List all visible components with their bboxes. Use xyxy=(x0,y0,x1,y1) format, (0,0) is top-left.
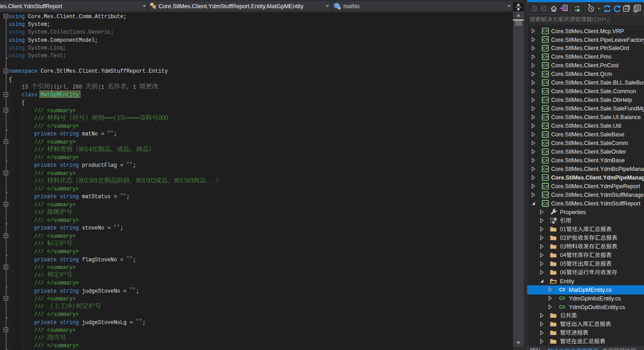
svg-text:/// </summary>: /// </summary> xyxy=(35,280,79,286)
svg-text:System;: System; xyxy=(28,21,50,28)
svg-text:;: ; xyxy=(127,194,130,200)
svg-text:/// </summary>: /// </summary> xyxy=(35,217,79,224)
svg-text:=: = xyxy=(101,131,104,137)
svg-text:Core.StlMes.Client.Sale.DbHelp: Core.StlMes.Client.Sale.DbHelp xyxy=(551,97,632,103)
svg-text:C#: C# xyxy=(543,98,548,102)
svg-text:using: using xyxy=(9,53,25,59)
svg-text:C#: C# xyxy=(559,295,565,301)
svg-text:using: using xyxy=(9,45,25,51)
svg-text:System.Text;: System.Text; xyxy=(28,53,66,59)
svg-text:Core.Mes.Client.Comm.Attribute: Core.Mes.Client.Comm.Attribute; xyxy=(28,14,127,20)
svg-text:string: string xyxy=(60,257,79,263)
svg-text:C#: C# xyxy=(543,150,548,154)
svg-text:/// <summary>: /// <summary> xyxy=(35,139,76,145)
svg-text:matNo: matNo xyxy=(343,3,360,10)
svg-text:C#: C# xyxy=(543,124,548,128)
svg-text:Core.StlMes.Client.YdmPipeRepo: Core.StlMes.Client.YdmPipeReport xyxy=(551,183,640,190)
svg-text:C#: C# xyxy=(543,184,548,189)
svg-text:/// <summary>: /// <summary> xyxy=(35,296,76,302)
svg-text:C#: C# xyxy=(543,158,548,163)
svg-text:///: /// xyxy=(35,272,44,279)
svg-text:///: /// xyxy=(35,304,44,310)
svg-text:;: ; xyxy=(114,131,117,137)
svg-text:///: /// xyxy=(35,241,44,247)
svg-text:C#: C# xyxy=(543,141,548,145)
svg-text:=: = xyxy=(130,320,133,326)
svg-text:C#: C# xyxy=(559,287,565,292)
svg-text:=: = xyxy=(120,257,124,263)
svg-text:matStatus: matStatus xyxy=(82,194,111,200)
svg-text:/// </summary>: /// </summary> xyxy=(35,311,79,318)
svg-text:/// </summary>: /// </summary> xyxy=(35,186,79,192)
svg-text:using: using xyxy=(9,37,25,44)
svg-text:productFlag: productFlag xyxy=(82,162,117,169)
svg-text:C#: C# xyxy=(543,132,548,137)
svg-text:C#: C# xyxy=(543,175,548,180)
svg-text:C#: C# xyxy=(543,80,548,85)
svg-text:Core.StlMes.Client.Sale.Util: Core.StlMes.Client.Sale.Util xyxy=(551,123,621,129)
svg-text:Core.StlMes.Client.SaleComm: Core.StlMes.Client.SaleComm xyxy=(551,140,629,146)
svg-text:Core.StlMes.Client.Sale.Common: Core.StlMes.Client.Sale.Common xyxy=(551,88,636,95)
svg-text:Core.StlMes.Client.PlnSaleOrd: Core.StlMes.Client.PlnSaleOrd xyxy=(551,45,629,51)
svg-text:judgeStoveNoLg: judgeStoveNoLg xyxy=(82,320,127,326)
svg-text:/// <summary>: /// <summary> xyxy=(35,108,76,114)
svg-text:string: string xyxy=(60,131,79,137)
svg-text:=: = xyxy=(108,225,111,231)
svg-text:///: /// xyxy=(35,178,44,185)
svg-text:Core.StlMes.Client.PnCost: Core.StlMes.Client.PnCost xyxy=(551,62,619,69)
svg-text:|lirl: |lirl xyxy=(50,84,66,90)
svg-text:|1: |1 xyxy=(98,84,104,90)
svg-text:=: = xyxy=(120,162,124,169)
svg-text:///: /// xyxy=(35,115,44,122)
svg-text:class: class xyxy=(22,92,38,98)
svg-text:private: private xyxy=(35,162,57,169)
svg-text:Core.StlMes.Client.YdmBase: Core.StlMes.Client.YdmBase xyxy=(551,157,625,164)
svg-text:Core.StlMes.Client.Pms: Core.StlMes.Client.Pms xyxy=(551,54,612,60)
svg-text:string: string xyxy=(60,225,79,231)
svg-text:string: string xyxy=(60,288,79,295)
svg-text:private: private xyxy=(35,225,57,231)
svg-text:Core.StlMes.Client.Sale.UI.Bal: Core.StlMes.Client.Sale.UI.Balance xyxy=(551,114,641,120)
svg-text:C#: C# xyxy=(543,37,548,42)
svg-text:/// <summary>: /// <summary> xyxy=(35,327,76,334)
svg-text:C#: C# xyxy=(543,193,548,197)
svg-text:Entity: Entity xyxy=(560,278,575,285)
svg-text:;: ; xyxy=(136,288,139,295)
svg-text:/// </summary>: /// </summary> xyxy=(35,249,79,255)
svg-text:private: private xyxy=(35,288,57,295)
svg-text:C#: C# xyxy=(543,72,548,76)
svg-text:System.ComponentModel;: System.ComponentModel; xyxy=(28,37,98,44)
svg-text:;: ; xyxy=(120,225,124,231)
svg-text:namespace: namespace xyxy=(9,68,38,75)
svg-text:/// </summary>: /// </summary> xyxy=(35,343,79,349)
svg-text:C#: C# xyxy=(543,46,548,50)
svg-text:{: { xyxy=(22,100,25,106)
svg-text:1: 1 xyxy=(133,84,136,90)
svg-text:using: using xyxy=(9,14,25,20)
svg-text:using: using xyxy=(9,29,25,35)
svg-text:/// <summary>: /// <summary> xyxy=(35,170,76,177)
svg-text:matNo: matNo xyxy=(82,131,98,137)
svg-text:;: ; xyxy=(133,257,136,263)
svg-text:string: string xyxy=(60,162,79,169)
svg-text:private: private xyxy=(35,131,57,137)
svg-text:Properties: Properties xyxy=(560,209,586,215)
svg-text:Core.StlMes.Client.Sale.SaleFu: Core.StlMes.Client.Sale.SaleFundMgr xyxy=(551,105,644,112)
svg-text:;: ; xyxy=(143,320,146,326)
svg-text:C#: C# xyxy=(543,201,548,206)
svg-text:Core.StlMes.Client.PipeLeaveFa: Core.StlMes.Client.PipeLeaveFactory xyxy=(551,37,644,43)
svg-text:/// </summary>: /// </summary> xyxy=(35,155,79,161)
svg-text:C#: C# xyxy=(543,55,548,59)
svg-text:C#: C# xyxy=(543,115,548,120)
svg-text:/// <summary>: /// <summary> xyxy=(35,233,76,240)
svg-text:C#: C# xyxy=(543,106,548,111)
svg-text:/// <summary>: /// <summary> xyxy=(35,265,76,271)
svg-text:using: using xyxy=(9,21,25,28)
svg-text:13: 13 xyxy=(22,84,28,90)
svg-text:judgeStoveNo: judgeStoveNo xyxy=(82,288,120,295)
svg-text:stoveNo: stoveNo xyxy=(82,225,104,231)
svg-text:Core.StlMes.Client.SaleBase: Core.StlMes.Client.SaleBase xyxy=(551,131,624,138)
svg-text:/// </summary>: /// </summary> xyxy=(35,123,79,130)
svg-text:Core.StlMes.Client.YdmPipeMana: Core.StlMes.Client.YdmPipeManage xyxy=(551,175,644,181)
svg-text:Core.StlMes.Client.YdmBcPipeMa: Core.StlMes.Client.YdmBcPipeManage xyxy=(551,166,644,172)
